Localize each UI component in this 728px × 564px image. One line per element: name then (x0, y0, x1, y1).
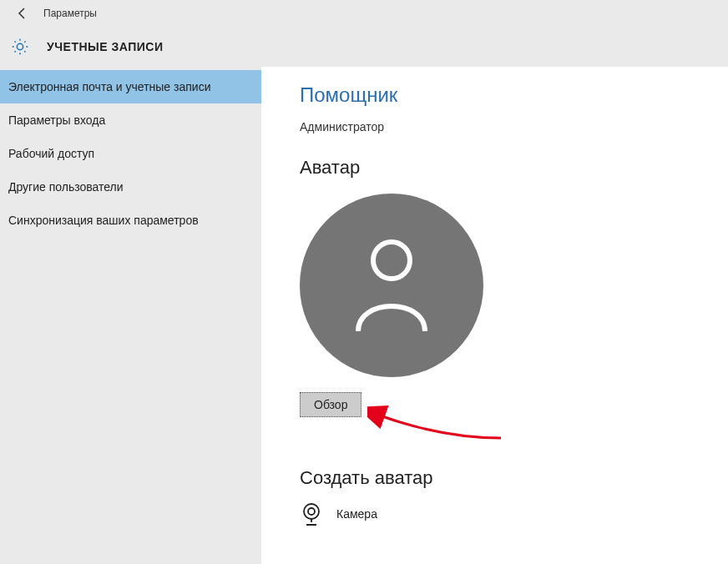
window-title: Параметры (43, 8, 97, 19)
sidebar-item-sync-settings[interactable]: Синхронизация ваших параметров (0, 204, 261, 237)
main-panel: Помощник Администратор Аватар Обзор Созд… (261, 67, 728, 564)
camera-option[interactable]: Камера (300, 502, 703, 526)
page-heading: УЧЕТНЫЕ ЗАПИСИ (47, 40, 163, 53)
svg-point-1 (304, 504, 319, 519)
svg-point-2 (308, 508, 315, 515)
sidebar-item-work-access[interactable]: Рабочий доступ (0, 137, 261, 170)
sidebar: Электронная почта и учетные записи Парам… (0, 67, 261, 564)
sidebar-item-email-accounts[interactable]: Электронная почта и учетные записи (0, 70, 261, 103)
titlebar: Параметры (0, 0, 728, 27)
browse-button[interactable]: Обзор (300, 392, 361, 417)
gear-icon (10, 37, 30, 57)
sidebar-item-label: Другие пользователи (8, 180, 124, 194)
sidebar-item-signin-options[interactable]: Параметры входа (0, 103, 261, 137)
sidebar-item-other-users[interactable]: Другие пользователи (0, 170, 261, 204)
sidebar-item-label: Синхронизация ваших параметров (8, 214, 199, 227)
camera-icon (300, 502, 323, 526)
camera-label: Камера (336, 507, 377, 521)
back-button[interactable] (10, 1, 35, 26)
avatar-heading: Аватар (300, 157, 703, 179)
svg-point-0 (373, 242, 410, 279)
avatar-placeholder (300, 194, 483, 377)
browse-button-label: Обзор (314, 398, 347, 411)
account-role: Администратор (300, 120, 703, 133)
account-username: Помощник (300, 83, 703, 107)
create-avatar-heading: Создать аватар (300, 467, 703, 489)
sidebar-item-label: Рабочий доступ (8, 147, 94, 160)
header-bar: УЧЕТНЫЕ ЗАПИСИ (0, 27, 728, 67)
person-icon (346, 235, 437, 335)
sidebar-item-label: Параметры входа (8, 113, 105, 127)
sidebar-item-label: Электронная почта и учетные записи (8, 80, 210, 93)
